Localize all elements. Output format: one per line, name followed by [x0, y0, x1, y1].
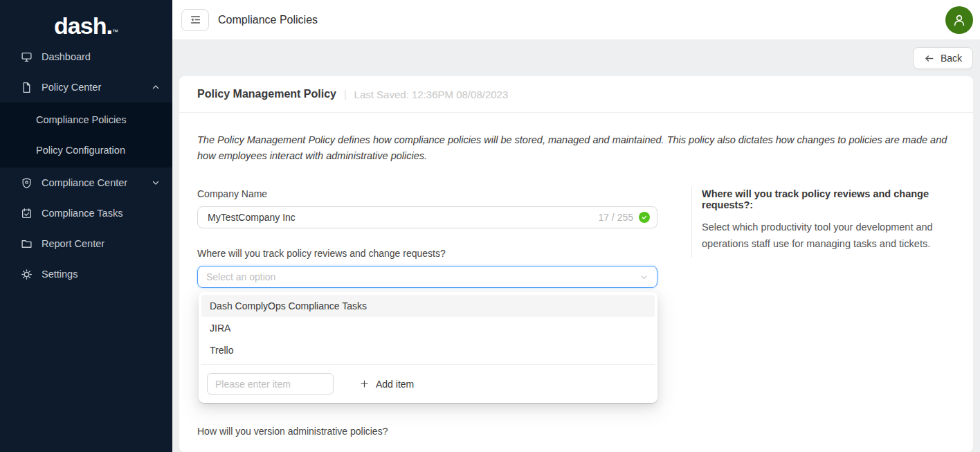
sidebar-collapse-button[interactable] [181, 9, 209, 31]
sidebar: dash.™ Dashboard Policy Center Complianc… [0, 0, 172, 452]
tracking-select[interactable]: Select an option [197, 266, 657, 288]
gear-icon [21, 269, 33, 280]
logo-trademark: ™ [112, 28, 118, 35]
sidebar-subitem-label: Policy Configuration [36, 145, 125, 156]
logo-text: dash. [54, 12, 112, 39]
company-name-input[interactable] [206, 211, 598, 224]
policy-description: The Policy Management Policy defines how… [197, 132, 955, 164]
add-item-button[interactable]: Add item [360, 379, 414, 390]
select-placeholder: Select an option [206, 271, 639, 282]
option-label: Dash ComplyOps Compliance Tasks [210, 300, 367, 311]
help-panel: Where will you track policy reviews and … [691, 187, 955, 258]
dropdown-divider [201, 364, 655, 365]
option-label: Trello [210, 345, 234, 356]
company-name-label: Company Name [197, 187, 657, 201]
option-label: JIRA [210, 323, 230, 334]
main-area: Compliance Policies Back Policy Manageme… [172, 0, 980, 452]
title-separator: | [344, 89, 347, 100]
content-area: Back Policy Management Policy | Last Sav… [172, 40, 980, 452]
sidebar-item-label: Policy Center [42, 82, 152, 93]
chevron-down-icon [639, 273, 648, 282]
tracking-question-label: Where will you track policy reviews and … [197, 246, 657, 260]
card-title: Policy Management Policy [197, 88, 336, 100]
char-counter: 17 / 255 [598, 212, 633, 223]
logo: dash.™ [0, 0, 172, 42]
calendar-check-icon [21, 208, 33, 219]
sidebar-item-label: Settings [42, 269, 160, 280]
desktop-icon [21, 51, 33, 63]
plus-icon [360, 379, 369, 388]
select-dropdown: Dash ComplyOps Compliance Tasks JIRA Tre… [199, 292, 657, 403]
toolbar: Back [179, 47, 973, 69]
sidebar-item-policy-center[interactable]: Policy Center [0, 72, 172, 102]
back-button-label: Back [941, 53, 962, 64]
sidebar-item-label: Compliance Center [42, 177, 152, 188]
chevron-up-icon [152, 83, 160, 91]
chevron-down-icon [152, 179, 160, 187]
sidebar-item-label: Compliance Tasks [42, 208, 160, 219]
shield-icon [21, 177, 33, 189]
sidebar-subitem-label: Compliance Policies [36, 114, 127, 125]
card-body: The Policy Management Policy defines how… [179, 113, 973, 438]
help-title: Where will you track policy reviews and … [702, 188, 955, 210]
user-icon [951, 12, 968, 28]
sidebar-item-compliance-center[interactable]: Compliance Center [0, 168, 172, 198]
sidebar-item-label: Dashboard [42, 51, 160, 62]
dropdown-option-dash-complyops[interactable]: Dash ComplyOps Compliance Tasks [201, 295, 655, 317]
sidebar-item-compliance-policies[interactable]: Compliance Policies [0, 105, 172, 135]
policy-card: Policy Management Policy | Last Saved: 1… [179, 76, 973, 452]
tracking-select-wrap: Select an option Dash ComplyOps Complian… [197, 266, 657, 288]
sidebar-item-compliance-tasks[interactable]: Compliance Tasks [0, 198, 172, 228]
help-body: Select which productivity tool your deve… [702, 219, 955, 253]
sidebar-item-settings[interactable]: Settings [0, 259, 172, 289]
policy-center-submenu: Compliance Policies Policy Configuration [0, 102, 172, 168]
page-title: Compliance Policies [218, 14, 318, 26]
valid-check-icon [639, 212, 650, 223]
add-item-input[interactable] [207, 373, 334, 395]
sidebar-item-dashboard[interactable]: Dashboard [0, 42, 172, 72]
dropdown-option-jira[interactable]: JIRA [201, 317, 655, 339]
back-button[interactable]: Back [913, 47, 973, 69]
menu-fold-icon [190, 14, 201, 26]
arrow-left-icon [924, 53, 934, 64]
sidebar-item-label: Report Center [42, 238, 160, 249]
dropdown-footer: Add item [201, 368, 655, 400]
form-column: Company Name 17 / 255 Where will you tra… [197, 187, 657, 438]
versioning-question-label: How will you version administrative poli… [197, 424, 657, 438]
company-name-field-wrap: 17 / 255 [197, 206, 657, 228]
sidebar-item-policy-configuration[interactable]: Policy Configuration [0, 135, 172, 165]
sidebar-item-report-center[interactable]: Report Center [0, 228, 172, 259]
document-icon [21, 82, 33, 93]
folder-icon [21, 238, 33, 250]
add-item-label: Add item [376, 379, 414, 390]
topbar: Compliance Policies [172, 0, 980, 40]
dropdown-option-trello[interactable]: Trello [201, 339, 655, 361]
user-avatar[interactable] [945, 6, 973, 34]
card-header: Policy Management Policy | Last Saved: 1… [179, 76, 973, 113]
last-saved-text: Last Saved: 12:36PM 08/08/2023 [354, 89, 509, 100]
